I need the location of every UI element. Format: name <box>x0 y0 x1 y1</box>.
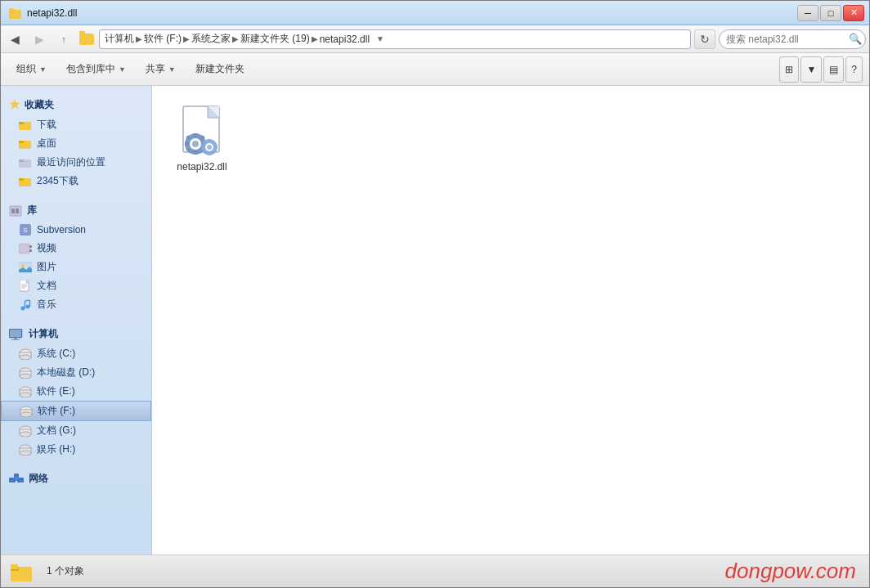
library-label: 库 <box>27 204 37 218</box>
svg-rect-4 <box>19 122 24 124</box>
photo-icon <box>19 261 32 274</box>
sidebar-item-d-drive[interactable]: 本地磁盘 (D:) <box>1 363 151 382</box>
folder-icon-nav <box>78 34 96 45</box>
svg-rect-62 <box>194 150 197 155</box>
status-bar: 1 个对象 dongpow.com <box>1 554 869 587</box>
svg-point-60 <box>192 141 199 147</box>
network-icon <box>9 474 24 485</box>
svg-rect-73 <box>209 152 211 155</box>
sidebar-item-f-drive[interactable]: 软件 (F:) <box>1 401 151 421</box>
sidebar-item-photo[interactable]: 图片 <box>1 258 151 276</box>
svg-rect-75 <box>214 146 218 149</box>
sidebar-item-download[interactable]: 下载 <box>1 115 151 134</box>
svg-point-43 <box>20 412 32 417</box>
sidebar-item-d-drive-label: 本地磁盘 (D:) <box>37 366 95 379</box>
library-section-header[interactable]: 库 <box>1 199 151 221</box>
g-drive-icon <box>19 424 32 438</box>
svg-rect-63 <box>185 142 189 146</box>
organize-dropdown-arrow: ▼ <box>39 65 47 74</box>
file-item-netapi32[interactable]: netapi32.dll <box>165 99 239 179</box>
sidebar-item-g-drive[interactable]: 文档 (G:) <box>1 421 151 440</box>
back-button[interactable]: ◀ <box>4 29 25 49</box>
main-content: ★ 收藏夹 下载 桌面 最近访问的位置 <box>1 86 869 554</box>
svg-rect-31 <box>11 339 20 340</box>
refresh-button[interactable]: ↻ <box>694 29 715 49</box>
sidebar-item-subversion[interactable]: S Subversion <box>1 221 151 239</box>
search-container: 🔍 <box>719 29 866 49</box>
sidebar-item-recent-label: 最近访问的位置 <box>37 155 105 169</box>
address-area: ◀ ▶ ↑ 计算机 ▶ 软件 (F:) ▶ 系统之家 ▶ 新建文件夹 (19) … <box>1 25 869 53</box>
path-part-3: 系统之家 <box>191 32 231 46</box>
h-drive-icon <box>19 443 32 456</box>
search-input[interactable] <box>719 29 866 49</box>
svg-point-34 <box>20 355 31 360</box>
svg-rect-16 <box>29 249 32 252</box>
sidebar-item-c-drive[interactable]: 系统 (C:) <box>1 344 151 363</box>
favorites-section-header[interactable]: ★ 收藏夹 <box>1 92 151 115</box>
sidebar-item-e-drive-label: 软件 (E:) <box>37 384 75 398</box>
window-icon <box>9 7 22 20</box>
status-folder-icon <box>11 560 34 583</box>
address-dropdown-arrow[interactable]: ▼ <box>376 34 384 43</box>
path-part-5: netapi32.dll <box>320 34 370 45</box>
add-to-library-dropdown-arrow: ▼ <box>119 65 126 74</box>
sidebar-item-video-label: 视频 <box>37 241 56 255</box>
preview-pane-button[interactable]: ▤ <box>823 56 844 83</box>
help-button[interactable]: ? <box>845 56 863 83</box>
sidebar-item-music[interactable]: 音乐 <box>1 295 151 314</box>
sidebar-item-f-drive-label: 软件 (F:) <box>38 404 75 418</box>
network-section-header[interactable]: 网络 <box>1 467 151 489</box>
svg-rect-74 <box>201 146 204 149</box>
sidebar-item-video[interactable]: 视频 <box>1 239 151 258</box>
close-button[interactable]: ✕ <box>843 5 864 21</box>
download-icon <box>19 119 32 132</box>
organize-button[interactable]: 组织 ▼ <box>7 56 56 83</box>
view-dropdown-button[interactable]: ▼ <box>800 56 822 83</box>
svg-rect-61 <box>194 133 197 137</box>
svg-rect-14 <box>19 244 29 254</box>
computer-icon <box>9 329 24 340</box>
computer-section-header[interactable]: 计算机 <box>1 322 151 344</box>
new-folder-button[interactable]: 新建文件夹 <box>186 56 253 83</box>
sidebar-item-2345[interactable]: 2345下载 <box>1 172 151 191</box>
music-icon <box>19 298 32 312</box>
svg-rect-78 <box>11 564 18 569</box>
svg-rect-29 <box>10 330 21 337</box>
star-icon: ★ <box>9 97 20 112</box>
watermark: dongpow.com <box>725 559 856 584</box>
svg-rect-72 <box>209 139 211 142</box>
forward-button[interactable]: ▶ <box>29 29 50 49</box>
minimize-button[interactable]: ─ <box>797 5 818 21</box>
svg-rect-6 <box>19 141 24 143</box>
sidebar-item-recent[interactable]: 最近访问的位置 <box>1 153 151 172</box>
path-part-1: 计算机 <box>105 32 134 46</box>
view-icon-button[interactable]: ⊞ <box>779 56 799 83</box>
video-icon <box>19 242 32 255</box>
svg-rect-8 <box>19 159 24 162</box>
sidebar-item-desktop[interactable]: 桌面 <box>1 134 151 153</box>
path-part-2: 软件 (F:) <box>144 32 182 46</box>
d-drive-icon <box>19 366 32 379</box>
sidebar-item-e-drive[interactable]: 软件 (E:) <box>1 382 151 401</box>
search-icon[interactable]: 🔍 <box>848 32 863 47</box>
svg-rect-15 <box>29 245 32 248</box>
sidebar-item-h-drive[interactable]: 娱乐 (H:) <box>1 440 151 459</box>
add-to-library-button[interactable]: 包含到库中 ▼ <box>57 56 135 83</box>
svg-rect-12 <box>11 209 15 213</box>
sidebar-item-2345-label: 2345下载 <box>37 174 78 188</box>
sidebar-item-download-label: 下载 <box>37 118 56 132</box>
e-drive-icon <box>19 385 32 398</box>
up-button[interactable]: ↑ <box>53 29 74 49</box>
sidebar-item-doc[interactable]: 文档 <box>1 276 151 295</box>
svg-rect-50 <box>9 478 16 483</box>
file-area: netapi32.dll <box>152 86 869 554</box>
maximize-button[interactable]: □ <box>820 5 841 21</box>
address-bar[interactable]: 计算机 ▶ 软件 (F:) ▶ 系统之家 ▶ 新建文件夹 (19) ▶ neta… <box>99 29 691 49</box>
status-count: 1 个对象 <box>47 564 84 578</box>
svg-rect-10 <box>19 178 24 181</box>
sidebar-item-desktop-label: 桌面 <box>37 137 56 150</box>
svg-rect-2 <box>9 8 14 11</box>
toolbar: 组织 ▼ 包含到库中 ▼ 共享 ▼ 新建文件夹 ⊞ ▼ ▤ ? <box>1 53 869 86</box>
svg-point-46 <box>20 432 31 437</box>
share-button[interactable]: 共享 ▼ <box>137 56 185 83</box>
